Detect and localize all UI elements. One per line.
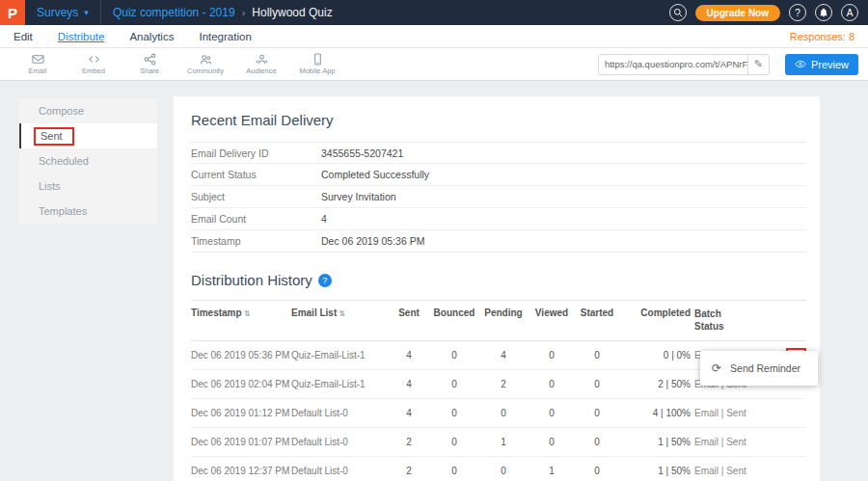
cell-completed: 2 | 50% [619, 379, 694, 389]
topbar-actions: Upgrade Now ? A [669, 4, 868, 21]
cell-sent: 2 [388, 466, 430, 476]
distribution-history-header: Distribution History ? [191, 272, 806, 288]
info-label: Subject [191, 191, 321, 202]
toolbar-item-embed[interactable]: Embed [66, 53, 122, 75]
cell-pending: 0 [478, 408, 529, 418]
surveys-dropdown[interactable]: Surveys ▾ [25, 0, 101, 25]
cell-batch-status: Email | Sent [694, 466, 772, 476]
tab-integration[interactable]: Integration [199, 31, 251, 42]
table-row: Dec 06 2019 12:37 PM Default List-0 2 0 … [191, 457, 806, 481]
content-area: Compose Sent Scheduled Lists Templates R… [0, 81, 868, 481]
sidebar-item-compose[interactable]: Compose [19, 98, 157, 123]
toolbar-item-email[interactable]: Email [10, 53, 66, 75]
cell-email-list: Quiz-Email-List-1 [291, 379, 388, 389]
questionpro-logo[interactable]: P [0, 0, 25, 25]
eye-icon [795, 60, 806, 68]
mobile-app-icon [312, 53, 324, 66]
cell-pending: 1 [478, 437, 529, 447]
distribution-history-table: Timestamp⇅ Email List⇅ Sent Bounced Pend… [191, 300, 806, 481]
preview-button[interactable]: Preview [785, 54, 858, 75]
distribute-toolbar: Email Embed Share Community Audience Mob… [0, 48, 868, 81]
search-icon [673, 8, 683, 17]
column-header-timestamp[interactable]: Timestamp⇅ [191, 307, 291, 318]
column-header-sent: Sent [388, 307, 430, 318]
responses-count[interactable]: Responses: 8 [790, 31, 854, 42]
toolbar-item-label: Community [187, 67, 224, 75]
cell-started: 0 [575, 350, 619, 361]
notifications-button[interactable] [815, 4, 832, 21]
info-value: 4 [321, 213, 327, 225]
sent-panel: Recent Email Delivery Email Delivery ID … [174, 96, 820, 481]
sort-icon: ⇅ [244, 309, 251, 318]
cell-email-list: Default List-0 [291, 437, 388, 447]
reminder-icon: ⟳ [712, 361, 721, 375]
menu-item-label: Send Reminder [730, 362, 800, 374]
sidebar-item-scheduled[interactable]: Scheduled [19, 148, 157, 174]
toolbar-item-audience[interactable]: Audience [233, 53, 289, 75]
cell-sent: 2 [388, 437, 430, 447]
sidebar-item-label: Lists [39, 180, 61, 192]
toolbar-item-mobile-app[interactable]: Mobile App [289, 53, 345, 75]
column-header-completed: Completed [619, 307, 694, 318]
cell-viewed: 0 [529, 350, 575, 361]
column-header-viewed: Viewed [529, 307, 575, 318]
info-label: Timestamp [191, 235, 321, 247]
upgrade-now-button[interactable]: Upgrade Now [695, 5, 780, 21]
sidebar-item-lists[interactable]: Lists [19, 174, 157, 199]
pencil-icon: ✎ [754, 58, 763, 70]
cell-viewed: 1 [529, 466, 575, 476]
breadcrumb: Quiz competition - 2019 › Hollywood Quiz [113, 6, 333, 19]
cell-started: 0 [575, 379, 619, 389]
sidebar-item-label-annotated: Sent [34, 127, 74, 146]
cell-started: 0 [575, 466, 619, 476]
cell-completed: 4 | 100% [619, 408, 694, 418]
cell-started: 0 [575, 408, 619, 418]
cell-email-list: Default List-0 [291, 466, 388, 476]
sidebar-item-templates[interactable]: Templates [19, 199, 157, 224]
info-label: Email Delivery ID [191, 147, 321, 159]
help-button[interactable]: ? [789, 4, 806, 21]
tab-distribute[interactable]: Distribute [58, 31, 105, 42]
app-window: P Surveys ▾ Quiz competition - 2019 › Ho… [0, 0, 868, 481]
cell-completed: 1 | 50% [619, 466, 694, 476]
toolbar-item-share[interactable]: Share [122, 53, 177, 75]
cell-bounced: 0 [430, 437, 478, 447]
help-tooltip-icon[interactable]: ? [318, 274, 332, 287]
edit-url-button[interactable]: ✎ [747, 55, 769, 74]
column-header-email-list[interactable]: Email List⇅ [291, 307, 388, 318]
sidebar-item-sent[interactable]: Sent [19, 123, 157, 148]
toolbar-item-label: Audience [246, 67, 276, 75]
info-value: Completed Successfully [321, 169, 429, 180]
question-mark-icon: ? [795, 8, 800, 18]
column-header-batch-status: Batch Status [694, 307, 772, 333]
cell-bounced: 0 [430, 379, 478, 389]
table-header-row: Timestamp⇅ Email List⇅ Sent Bounced Pend… [191, 300, 806, 341]
toolbar-item-community[interactable]: Community [177, 53, 233, 75]
sort-icon: ⇅ [339, 309, 345, 318]
info-label: Current Status [191, 169, 321, 180]
table-row: Dec 06 2019 01:07 PM Default List-0 2 0 … [191, 428, 806, 457]
breadcrumb-separator: › [242, 7, 246, 18]
distribute-sidebar: Compose Sent Scheduled Lists Templates [19, 98, 157, 224]
menu-item-send-reminder[interactable]: ⟳ Send Reminder [700, 351, 818, 386]
surveys-dropdown-label: Surveys [37, 6, 78, 19]
search-button[interactable] [669, 4, 687, 21]
breadcrumb-parent-link[interactable]: Quiz competition - 2019 [113, 6, 235, 19]
cell-batch-status: Email | Sent [694, 437, 772, 447]
column-header-started: Started [575, 307, 619, 318]
cell-viewed: 0 [529, 437, 575, 447]
cell-bounced: 0 [430, 466, 478, 476]
info-value: Survey Invitation [321, 191, 396, 202]
cell-viewed: 0 [529, 408, 575, 418]
audience-icon [256, 53, 268, 66]
survey-url-value[interactable]: https://qa.questionpro.com/t/APNrFZfZ9 [599, 59, 747, 69]
cell-completed: 1 | 50% [619, 437, 694, 447]
recent-delivery-table: Email Delivery ID 3455655-5207421 Curren… [191, 142, 806, 253]
info-row: Current Status Completed Successfully [191, 164, 806, 186]
tab-analytics[interactable]: Analytics [129, 31, 174, 42]
user-avatar[interactable]: A [841, 4, 858, 21]
tab-edit[interactable]: Edit [14, 31, 33, 42]
column-header-bounced: Bounced [430, 307, 478, 318]
cell-pending: 0 [478, 466, 529, 476]
column-header-pending: Pending [478, 307, 529, 318]
